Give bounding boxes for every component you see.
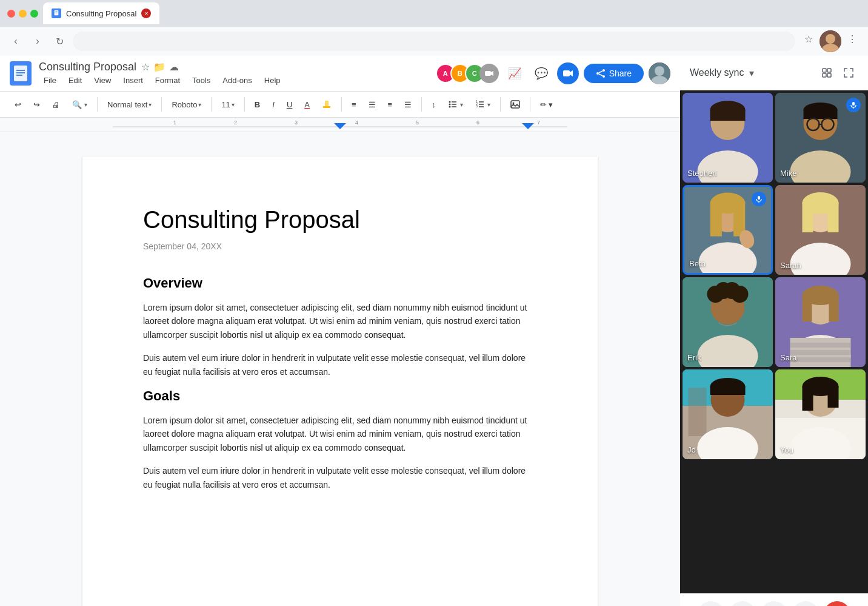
font-size-dropdown[interactable]: 11 ▾ <box>216 95 239 113</box>
title-icons: ☆ 📁 ☁ <box>141 61 179 73</box>
print-button[interactable]: 🖨 <box>47 95 65 113</box>
video-tile-mike: Mike <box>775 93 866 183</box>
menu-icon[interactable]: ⋮ <box>844 30 861 47</box>
folder-icon[interactable]: 📁 <box>153 61 165 73</box>
redo-button[interactable]: ↪ <box>28 95 45 113</box>
refresh-button[interactable]: ↻ <box>51 33 68 50</box>
present-button[interactable] <box>761 601 787 606</box>
separator-6 <box>421 97 422 112</box>
svg-rect-49 <box>823 73 826 77</box>
meet-button[interactable] <box>557 62 579 84</box>
bookmark-icon[interactable]: ☆ <box>800 30 817 47</box>
svg-text:4: 4 <box>355 120 358 126</box>
title-menu: Consulting Proposal ☆ 📁 ☁ File Edit View… <box>39 61 285 86</box>
line-spacing-button[interactable]: ↕ <box>427 95 441 113</box>
browser-chrome: Consulting Proposal <box>0 0 868 27</box>
url-bar[interactable] <box>73 32 795 51</box>
svg-line-17 <box>599 71 603 73</box>
separator-2 <box>161 97 162 112</box>
expand-icon[interactable] <box>839 63 858 82</box>
svg-rect-47 <box>823 69 826 72</box>
cloud-icon[interactable]: ☁ <box>169 61 179 73</box>
bold-button[interactable]: B <box>250 95 265 113</box>
share-button[interactable]: Share <box>584 64 644 83</box>
tab-close-button[interactable] <box>141 8 151 18</box>
minimize-button[interactable] <box>19 10 27 18</box>
goals-para-2: Duis autem vel eum iriure dolor in hendr… <box>143 464 537 491</box>
svg-rect-61 <box>804 110 838 119</box>
doc-title-row: Consulting Proposal ☆ 📁 ☁ <box>39 61 285 73</box>
justify-button[interactable]: ☰ <box>399 95 416 113</box>
menu-help[interactable]: Help <box>259 75 285 86</box>
mute-button[interactable] <box>698 601 724 606</box>
forward-button[interactable]: › <box>29 33 46 50</box>
menu-tools[interactable]: Tools <box>187 75 215 86</box>
meeting-title: Weekly sync <box>690 67 744 78</box>
svg-rect-105 <box>710 386 746 395</box>
menu-edit[interactable]: Edit <box>64 75 87 86</box>
underline-button[interactable]: U <box>282 95 297 113</box>
paragraph-style-dropdown[interactable]: Normal text ▾ <box>102 95 156 113</box>
header-actions: A B C 📈 💬 Share <box>436 62 670 84</box>
svg-rect-98 <box>829 294 839 322</box>
undo-button[interactable]: ↩ <box>10 95 26 113</box>
grid-view-icon[interactable] <box>817 63 836 82</box>
video-tile-stephen: Stephen <box>683 93 773 183</box>
participant-name-erik: Erik <box>687 353 701 362</box>
align-center-button[interactable]: ☰ <box>364 95 381 113</box>
svg-marker-46 <box>522 123 534 129</box>
maximize-button[interactable] <box>30 10 38 18</box>
highlight-button[interactable] <box>317 95 336 113</box>
svg-rect-48 <box>827 69 831 72</box>
ruler-inner: 1 2 3 4 5 6 7 <box>0 118 680 132</box>
tabs-bar: Consulting Proposal <box>43 2 861 24</box>
menu-insert[interactable]: Insert <box>118 75 148 86</box>
zoom-button[interactable]: 🔍 ▾ <box>67 95 92 113</box>
align-right-button[interactable]: ≡ <box>383 95 398 113</box>
user-profile-icon[interactable] <box>820 30 841 52</box>
more-options-button[interactable]: ⋮ <box>792 601 819 606</box>
italic-button[interactable]: I <box>267 95 279 113</box>
back-button[interactable]: ‹ <box>7 33 24 50</box>
font-dropdown[interactable]: Roboto ▾ <box>167 95 206 113</box>
text-color-button[interactable]: A <box>299 95 315 113</box>
menu-format[interactable]: Format <box>150 75 185 86</box>
numbered-list-button[interactable]: 1.2.3. ▾ <box>470 95 495 113</box>
app-container: Consulting Proposal ☆ 📁 ☁ File Edit View… <box>0 56 868 606</box>
menu-row: File Edit View Insert Format Tools Add-o… <box>39 75 285 86</box>
editing-mode-button[interactable]: ✏ ▾ <box>535 95 558 113</box>
align-left-button[interactable]: ≡ <box>347 95 361 113</box>
svg-line-18 <box>599 74 603 76</box>
svg-rect-65 <box>852 102 855 106</box>
svg-text:3.: 3. <box>476 104 478 108</box>
doc-main-title: Consulting Proposal <box>143 205 537 234</box>
insert-image-button[interactable] <box>506 95 525 113</box>
menu-addons[interactable]: Add-ons <box>218 75 256 86</box>
svg-rect-93 <box>790 343 851 348</box>
size-chevron: ▾ <box>232 101 235 108</box>
menu-file[interactable]: File <box>39 75 61 86</box>
close-button[interactable] <box>7 10 15 18</box>
video-controls: ⋮ <box>680 593 868 606</box>
svg-text:6: 6 <box>476 120 479 126</box>
chat-icon[interactable]: 💬 <box>530 62 552 84</box>
video-tile-sara: Sara <box>775 277 866 367</box>
account-avatar[interactable] <box>649 62 670 84</box>
participant-name-sara: Sara <box>780 353 796 362</box>
menu-view[interactable]: View <box>89 75 116 86</box>
active-tab[interactable]: Consulting Proposal <box>43 2 159 24</box>
separator-1 <box>97 97 98 112</box>
end-call-button[interactable] <box>824 601 850 606</box>
participant-name-sarah: Sarah <box>780 261 801 270</box>
meeting-dropdown-arrow[interactable]: ▾ <box>749 67 754 79</box>
bullet-list-button[interactable]: ▾ <box>443 95 468 113</box>
nav-bar: ‹ › ↻ ☆ ⋮ <box>0 27 868 56</box>
camera-button[interactable] <box>729 601 756 606</box>
svg-point-16 <box>603 75 605 78</box>
svg-text:2: 2 <box>234 120 237 126</box>
mic-indicator-mike <box>846 98 861 112</box>
ruler: 1 2 3 4 5 6 7 <box>0 118 680 132</box>
svg-rect-95 <box>790 357 851 362</box>
insights-icon[interactable]: 📈 <box>504 62 526 84</box>
star-icon[interactable]: ☆ <box>141 61 150 73</box>
